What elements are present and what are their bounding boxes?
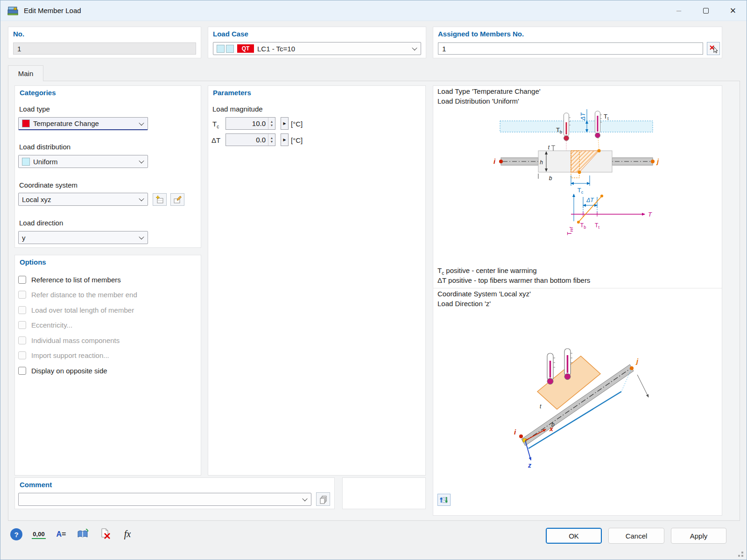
- close-icon: ×: [730, 5, 736, 17]
- info-note2: ΔT positive - top fibers warmer than bot…: [437, 276, 590, 284]
- svg-text:ΔT: ΔT: [579, 112, 586, 121]
- spin-down-icon[interactable]: ▼: [268, 124, 275, 127]
- tc-input[interactable]: [226, 118, 268, 129]
- load-type-value: Temperature Change: [33, 119, 99, 127]
- checkbox-row: Import support reaction...: [18, 350, 109, 361]
- minimize-icon: –: [677, 6, 681, 15]
- units-settings-button[interactable]: 0,00: [29, 528, 48, 541]
- svg-text:j: j: [656, 157, 659, 165]
- chevron-down-icon: [139, 158, 144, 163]
- tc-label: Tc: [212, 120, 219, 129]
- refer-distance-checkbox: [18, 291, 26, 299]
- svg-text:z: z: [528, 462, 531, 469]
- comment-combobox[interactable]: [18, 493, 311, 506]
- load-type-label: Load type: [19, 105, 50, 113]
- load-type-color-swatch: [22, 119, 30, 127]
- info-coordinate-system-line: Coordinate System 'Local xyz': [437, 290, 531, 298]
- individual-mass-components-checkbox: [18, 336, 26, 344]
- spin-down-icon[interactable]: ▼: [268, 140, 275, 143]
- tc-spin-arrows: ▲ ▼: [268, 118, 275, 129]
- load-distribution-combobox[interactable]: Uniform: [18, 155, 148, 168]
- cancel-button[interactable]: Cancel: [608, 528, 664, 544]
- checkbox-label: Individual mass components: [31, 336, 120, 344]
- copy-comment-button[interactable]: [316, 492, 330, 506]
- spacer-panel: [342, 477, 426, 509]
- detail-arrow-icon: ▶: [283, 121, 286, 126]
- svg-text:b: b: [549, 175, 552, 182]
- load-distribution-label: Load distribution: [19, 143, 70, 151]
- checkbox-row: Eccentricity...: [18, 319, 72, 330]
- load-number-input: [13, 42, 196, 55]
- info-load-distribution-line: Load Distribution 'Uniform': [437, 97, 519, 105]
- dt-detail-button[interactable]: ▶: [281, 133, 289, 146]
- svg-text:t: t: [548, 144, 550, 151]
- checkbox-label: Import support reaction...: [31, 351, 109, 359]
- checkbox-row: Load over total length of member: [18, 304, 134, 315]
- thermometer-icon: [564, 113, 571, 157]
- import-support-reaction-checkbox: [18, 351, 26, 359]
- categories-title: Categories: [20, 89, 56, 97]
- assigned-members-input[interactable]: [438, 42, 703, 55]
- svg-text:Tt: Tt: [604, 113, 609, 121]
- pick-members-icon: [709, 44, 718, 53]
- reference-to-list-checkbox[interactable]: [18, 276, 26, 284]
- resize-grip[interactable]: [741, 555, 743, 557]
- dt-input[interactable]: [226, 134, 268, 146]
- swap-arrows-icon: [439, 496, 449, 504]
- svg-text:Tt: Tt: [595, 222, 599, 230]
- apply-label: Apply: [690, 532, 708, 540]
- annotation-button[interactable]: A=: [53, 528, 70, 541]
- load-case-panel: Load Case QT LC1 - Tc=10: [208, 27, 426, 58]
- tab-main[interactable]: Main: [8, 65, 43, 81]
- apply-button[interactable]: Apply: [671, 528, 726, 544]
- help-button[interactable]: ?: [10, 528, 23, 541]
- load-case-combobox[interactable]: QT LC1 - Tc=10: [213, 42, 421, 55]
- close-button[interactable]: ×: [719, 0, 747, 21]
- ok-label: OK: [569, 532, 579, 540]
- coordinate-system-combobox[interactable]: Local xyz: [18, 193, 148, 206]
- swap-view-button[interactable]: [437, 494, 451, 506]
- ok-button[interactable]: OK: [546, 528, 602, 544]
- load-case-value: LC1 - Tc=10: [257, 45, 295, 53]
- load-direction-value: y: [22, 234, 26, 242]
- tc-spinbox: ▲ ▼: [226, 117, 275, 130]
- pick-members-button[interactable]: [707, 42, 720, 55]
- svg-text:h: h: [540, 159, 543, 166]
- checkbox-label: Eccentricity...: [31, 321, 72, 329]
- maximize-button[interactable]: [692, 0, 719, 21]
- title-bar: Edit Member Load – ×: [0, 0, 747, 21]
- delete-load-button[interactable]: [98, 527, 113, 541]
- parameters-title: Parameters: [213, 89, 251, 97]
- formula-button[interactable]: fx: [119, 526, 136, 542]
- help-icon: ?: [10, 528, 22, 540]
- window-controls: – ×: [665, 0, 747, 21]
- edit-member-load-dialog: Edit Member Load – × No. Load Case QT LC…: [0, 0, 747, 560]
- display-on-opposite-side-checkbox[interactable]: [18, 367, 26, 375]
- spin-up-icon[interactable]: ▲: [268, 136, 275, 140]
- load-case-color-swatch2: [226, 45, 234, 53]
- checkbox-row: Individual mass components: [18, 335, 120, 346]
- chevron-down-icon: [139, 196, 144, 201]
- delete-icon: [100, 528, 111, 540]
- load-type-combobox[interactable]: Temperature Change: [18, 117, 148, 130]
- info-load-type-line: Load Type 'Temperature Change': [437, 87, 541, 95]
- window-title: Edit Member Load: [24, 7, 81, 14]
- copy-icon: [318, 495, 328, 504]
- annotation-icon: A=: [56, 530, 66, 539]
- edit-coordinate-system-button[interactable]: [170, 193, 184, 206]
- minimize-button[interactable]: –: [665, 0, 692, 21]
- dt-spinbox: ▲ ▼: [226, 133, 275, 146]
- spin-up-icon[interactable]: ▲: [268, 120, 275, 123]
- load-direction-combobox[interactable]: y: [18, 231, 148, 244]
- options-title: Options: [20, 258, 46, 266]
- chevron-down-icon: [139, 120, 144, 125]
- checkbox-label: Refer distance to the member end: [31, 291, 137, 299]
- tc-detail-button[interactable]: ▶: [281, 117, 289, 130]
- new-coordinate-system-button[interactable]: [153, 193, 167, 206]
- library-button[interactable]: [74, 527, 91, 541]
- checkbox-row: Reference to list of members: [18, 274, 121, 285]
- svg-text:t: t: [540, 403, 542, 410]
- eccentricity-checkbox: [18, 321, 26, 329]
- load-case-type-badge: QT: [237, 44, 254, 53]
- svg-text:T: T: [648, 211, 652, 218]
